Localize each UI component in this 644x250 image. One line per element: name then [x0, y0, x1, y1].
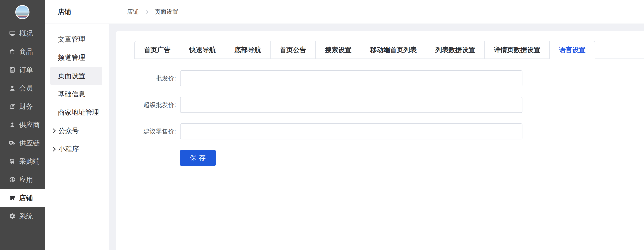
submenu-item-label: 小程序	[58, 144, 79, 154]
finance-icon	[9, 103, 16, 110]
breadcrumb: 店铺 页面设置	[127, 8, 178, 16]
sidebar-item-orders[interactable]: 订单	[0, 61, 45, 79]
submenu-item-merchant-address[interactable]: 商家地址管理	[45, 103, 109, 122]
sidebar-item-label: 概况	[19, 29, 33, 38]
avatar-wrap	[0, 0, 45, 24]
tab-home-ads[interactable]: 首页广告	[135, 41, 180, 58]
tab-detail-data-settings[interactable]: 详情页数据设置	[484, 41, 550, 58]
submenu-title: 店铺	[58, 7, 71, 16]
submenu-item-label: 频道管理	[58, 53, 85, 62]
tab-mobile-home-list[interactable]: 移动端首页列表	[360, 41, 426, 58]
monitor-icon	[9, 30, 16, 37]
content-card: 首页广告 快速导航 底部导航 首页公告 搜索设置 移动端首页列表 列表数据设置 …	[116, 31, 644, 250]
cart-icon	[9, 158, 16, 165]
topbar: 店铺 页面设置	[109, 0, 644, 24]
super-wholesale-price-label: 超级批发价:	[134, 101, 176, 109]
submenu-item-label: 页面设置	[58, 71, 85, 81]
chevron-right-icon	[51, 146, 56, 151]
form-row: 建议零售价:	[134, 124, 644, 140]
tab-search-settings[interactable]: 搜索设置	[315, 41, 360, 58]
submenu-list: 文章管理 频道管理 页面设置 基础信息 商家地址管理 公众号 小程序	[45, 24, 109, 158]
submenu-item-label: 商家地址管理	[58, 108, 99, 117]
suggested-retail-price-input[interactable]	[180, 124, 522, 140]
submenu-header: 店铺	[45, 0, 109, 24]
truck-icon	[9, 140, 16, 147]
breadcrumb-parent[interactable]: 店铺	[127, 8, 139, 15]
sidebar-item-label: 供应商	[19, 120, 40, 130]
submenu-item-official-account[interactable]: 公众号	[45, 122, 109, 140]
sidebar-item-products[interactable]: 商品	[0, 42, 45, 61]
tab-list-data-settings[interactable]: 列表数据设置	[426, 41, 484, 58]
sidebar-item-label: 系统	[19, 212, 33, 221]
tab-bottom-nav[interactable]: 底部导航	[225, 41, 270, 58]
sidebar-item-members[interactable]: 会员	[0, 79, 45, 97]
form-row: 超级批发价:	[134, 97, 644, 113]
sidebar-item-label: 应用	[19, 175, 33, 184]
sidebar-item-label: 采购端	[19, 157, 40, 166]
bag-icon	[9, 48, 16, 55]
suggested-retail-price-label: 建议零售价:	[134, 127, 176, 136]
order-icon	[9, 66, 16, 74]
supplier-icon	[9, 121, 16, 128]
secondary-sidebar: 店铺 文章管理 频道管理 页面设置 基础信息 商家地址管理 公众号 小程序	[45, 0, 109, 250]
tabs-nav: 首页广告 快速导航 底部导航 首页公告 搜索设置 移动端首页列表 列表数据设置 …	[134, 41, 595, 58]
submenu-item-label: 文章管理	[58, 35, 85, 44]
sidebar-item-label: 财务	[19, 102, 33, 111]
main-area: 店铺 页面设置 首页广告 快速导航 底部导航 首页公告 搜索设置 移动端首页列表…	[109, 0, 644, 250]
sidebar-item-label: 店铺	[19, 193, 33, 203]
submenu-item-label: 公众号	[58, 126, 79, 136]
chevron-right-icon	[51, 128, 56, 133]
tab-home-notice[interactable]: 首页公告	[270, 41, 315, 58]
tab-language-settings[interactable]: 语言设置	[550, 41, 595, 58]
sidebar-item-label: 商品	[19, 47, 33, 56]
shop-icon	[9, 194, 16, 202]
form-actions: 保 存	[134, 150, 644, 166]
sidebar-item-purchasing[interactable]: 采购端	[0, 152, 45, 170]
submenu-item-page-settings[interactable]: 页面设置	[50, 67, 102, 85]
language-settings-form: 批发价: 超级批发价: 建议零售价: 保 存	[134, 70, 644, 166]
sidebar-item-apps[interactable]: 应用	[0, 170, 45, 189]
primary-sidebar: 概况 商品 订单 会员 财务	[0, 0, 45, 250]
sidebar-item-system[interactable]: 系统	[0, 207, 45, 225]
breadcrumb-separator-icon	[145, 10, 148, 14]
wholesale-price-input[interactable]	[180, 70, 522, 86]
member-icon	[9, 84, 16, 92]
content-area: 首页广告 快速导航 底部导航 首页公告 搜索设置 移动端首页列表 列表数据设置 …	[109, 24, 644, 250]
submenu-item-channels[interactable]: 频道管理	[45, 48, 109, 67]
submenu-item-basic-info[interactable]: 基础信息	[45, 85, 109, 103]
submenu-item-mini-program[interactable]: 小程序	[45, 140, 109, 158]
submenu-item-label: 基础信息	[58, 90, 85, 99]
sidebar-item-supply-chain[interactable]: 供应链	[0, 134, 45, 152]
gear-icon	[9, 212, 16, 220]
save-button[interactable]: 保 存	[180, 150, 216, 166]
sidebar-item-label: 供应链	[19, 138, 40, 148]
sidebar-item-overview[interactable]: 概况	[0, 24, 45, 42]
sidebar-item-label: 订单	[19, 65, 33, 75]
sidebar-item-finance[interactable]: 财务	[0, 97, 45, 116]
tabs-bar: 首页广告 快速导航 底部导航 首页公告 搜索设置 移动端首页列表 列表数据设置 …	[134, 41, 644, 59]
sidebar-item-label: 会员	[19, 84, 33, 93]
super-wholesale-price-input[interactable]	[180, 97, 522, 113]
sidebar-item-suppliers[interactable]: 供应商	[0, 116, 45, 134]
sidebar-item-shop[interactable]: 店铺	[0, 189, 45, 207]
app-layout: 概况 商品 订单 会员 财务	[0, 0, 644, 250]
wholesale-price-label: 批发价:	[134, 74, 176, 82]
breadcrumb-current: 页面设置	[154, 8, 178, 15]
apps-icon	[9, 176, 16, 183]
avatar[interactable]	[15, 5, 30, 19]
tab-quick-nav[interactable]: 快速导航	[180, 41, 225, 58]
form-row: 批发价:	[134, 70, 644, 86]
submenu-item-articles[interactable]: 文章管理	[45, 30, 109, 48]
